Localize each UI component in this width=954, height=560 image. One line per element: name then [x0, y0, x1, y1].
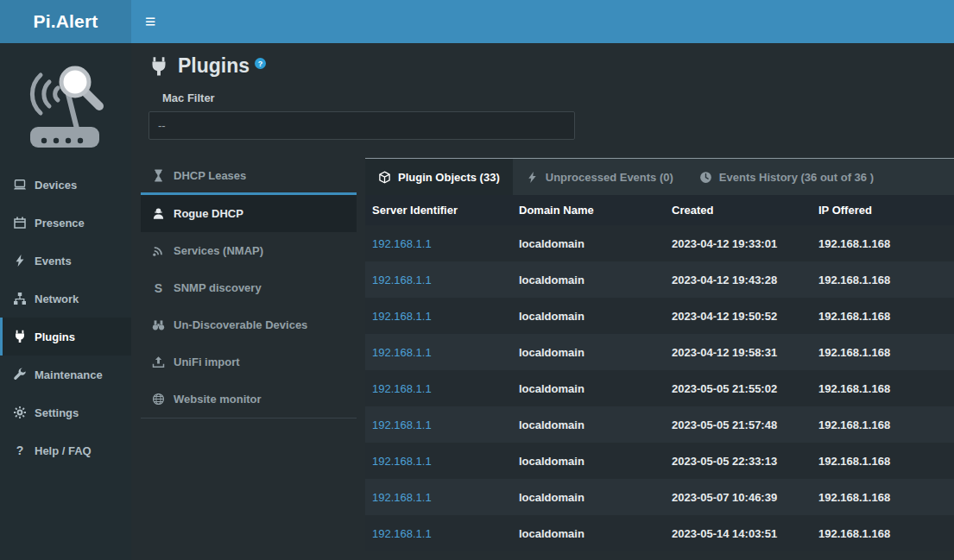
domain-name-cell: localdomain — [512, 225, 665, 261]
domain-name-cell: localdomain — [512, 334, 665, 370]
plug-icon — [148, 56, 169, 77]
sidebar-item-devices[interactable]: Devices — [0, 166, 131, 204]
table-row: 192.168.1.1localdomain2023-04-12 19:43:2… — [365, 261, 954, 298]
created-cell: 2023-04-12 19:58:31 — [665, 334, 812, 370]
topbar: Pi.Alert ≡ — [0, 0, 954, 43]
sidebar-item-maintenance[interactable]: Maintenance — [0, 356, 131, 393]
plugin-nav-item-unifi-import[interactable]: UniFi import — [141, 343, 357, 381]
sidebar-item-label: Plugins — [35, 330, 75, 343]
ip-offered-cell: 192.168.1.168 — [812, 479, 954, 515]
sidebar-item-network[interactable]: Network — [0, 280, 131, 318]
domain-name-cell: localdomain — [512, 443, 665, 479]
network-icon — [13, 292, 27, 305]
plugin-objects-table: Server IdentifierDomain NameCreatedIP Of… — [365, 195, 954, 551]
ip-offered-cell: 192.168.1.168 — [812, 334, 954, 370]
table-row: 192.168.1.1localdomain2023-04-12 19:50:5… — [365, 298, 954, 334]
created-cell: 2023-04-12 19:43:28 — [665, 261, 812, 298]
table-row: 192.168.1.1localdomain2023-04-12 19:58:3… — [365, 334, 954, 370]
plug-icon — [13, 330, 27, 343]
pialert-router-logo — [0, 43, 131, 166]
gear-icon — [13, 406, 27, 419]
table-row: 192.168.1.1localdomain2023-05-05 22:33:1… — [365, 443, 954, 479]
wrench-icon — [13, 368, 27, 381]
plugin-nav-item-rogue-dhcp[interactable]: Rogue DHCP — [141, 195, 357, 232]
sidebar: DevicesPresenceEventsNetworkPluginsMaint… — [0, 43, 131, 560]
tab-label: Events History (36 out of 36 ) — [719, 171, 874, 184]
plugin-nav-item-label: UniFi import — [174, 356, 240, 368]
server-identifier-cell[interactable]: 192.168.1.1 — [365, 334, 512, 370]
sidebar-item-label: Devices — [35, 179, 77, 192]
created-cell: 2023-05-05 22:33:13 — [665, 443, 812, 479]
content-row: DHCP LeasesRogue DHCPServices (NMAP)SSNM… — [131, 158, 954, 551]
clock-icon — [699, 171, 712, 184]
plugin-nav-item-label: SNMP discovery — [174, 281, 262, 294]
plugin-nav-item-un-discoverable-devices[interactable]: Un-Discoverable Devices — [141, 306, 357, 343]
domain-name-cell: localdomain — [512, 298, 665, 334]
table-row: 192.168.1.1localdomain2023-04-12 19:33:0… — [365, 225, 954, 261]
table-row: 192.168.1.1localdomain2023-05-05 21:55:0… — [365, 370, 954, 406]
cube-icon — [378, 171, 391, 184]
ip-offered-cell: 192.168.1.168 — [812, 298, 954, 334]
domain-name-cell: localdomain — [512, 370, 665, 406]
created-cell: 2023-04-12 19:33:01 — [665, 225, 812, 261]
main-content: Plugins ? Mac Filter -- DHCP LeasesRogue… — [131, 43, 954, 560]
domain-name-cell: localdomain — [512, 515, 665, 551]
domain-name-cell: localdomain — [512, 406, 665, 443]
column-header-domain-name[interactable]: Domain Name — [512, 195, 665, 225]
table-row: 192.168.1.1localdomain2023-05-05 21:57:4… — [365, 406, 954, 443]
mac-filter-select[interactable]: -- — [148, 111, 575, 140]
plugin-nav-item-label: DHCP Leases — [174, 169, 246, 182]
ip-offered-cell: 192.168.1.168 — [812, 261, 954, 298]
server-identifier-cell[interactable]: 192.168.1.1 — [365, 443, 512, 479]
ip-offered-cell: 192.168.1.168 — [812, 370, 954, 406]
sidebar-item-settings[interactable]: Settings — [0, 393, 131, 431]
plugin-detail-panel: Plugin Objects (33)Unprocessed Events (0… — [365, 158, 954, 551]
mac-filter-value: -- — [158, 119, 166, 132]
server-identifier-cell[interactable]: 192.168.1.1 — [365, 515, 512, 551]
app-brand[interactable]: Pi.Alert — [0, 0, 131, 43]
sidebar-item-label: Network — [35, 293, 79, 305]
created-cell: 2023-05-07 10:46:39 — [665, 479, 812, 515]
ip-offered-cell: 192.168.1.168 — [812, 443, 954, 479]
tab-plugin-objects-33[interactable]: Plugin Objects (33) — [365, 159, 513, 195]
help-badge[interactable]: ? — [255, 58, 266, 69]
domain-name-cell: localdomain — [512, 261, 665, 298]
server-identifier-cell[interactable]: 192.168.1.1 — [365, 406, 512, 443]
created-cell: 2023-05-14 14:03:51 — [665, 515, 812, 551]
created-cell: 2023-04-12 19:50:52 — [665, 298, 812, 334]
question-icon: ? — [13, 444, 27, 457]
table-header-row: Server IdentifierDomain NameCreatedIP Of… — [365, 195, 954, 225]
column-header-created[interactable]: Created — [665, 195, 812, 225]
tab-bar: Plugin Objects (33)Unprocessed Events (0… — [365, 158, 954, 195]
sidebar-item-plugins[interactable]: Plugins — [0, 318, 131, 356]
plugin-nav: DHCP LeasesRogue DHCPServices (NMAP)SSNM… — [141, 158, 357, 418]
sidebar-item-help-faq[interactable]: ?Help / FAQ — [0, 431, 131, 469]
server-identifier-cell[interactable]: 192.168.1.1 — [365, 479, 512, 515]
ip-offered-cell: 192.168.1.168 — [812, 406, 954, 443]
topbar-strip: ≡ — [131, 0, 954, 43]
plugin-nav-item-website-monitor[interactable]: Website monitor — [141, 381, 357, 418]
server-identifier-cell[interactable]: 192.168.1.1 — [365, 370, 512, 406]
sidebar-toggle-button[interactable]: ≡ — [131, 0, 169, 43]
plugin-nav-item-dhcp-leases[interactable]: DHCP Leases — [141, 158, 357, 195]
ip-offered-cell: 192.168.1.168 — [812, 515, 954, 551]
server-identifier-cell[interactable]: 192.168.1.1 — [365, 261, 512, 298]
hourglass-icon — [152, 169, 165, 182]
sidebar-item-events[interactable]: Events — [0, 242, 131, 280]
column-header-ip-offered[interactable]: IP Offered — [812, 195, 954, 225]
devices-icon — [13, 178, 27, 192]
sidebar-item-label: Settings — [35, 406, 79, 419]
sidebar-item-presence[interactable]: Presence — [0, 204, 131, 242]
server-identifier-cell[interactable]: 192.168.1.1 — [365, 298, 512, 334]
tab-events-history-36-out-of-36[interactable]: Events History (36 out of 36 ) — [686, 159, 887, 195]
upload-icon — [152, 356, 165, 368]
plugin-nav-item-snmp-discovery[interactable]: SSNMP discovery — [141, 269, 357, 306]
globe-icon — [152, 393, 165, 406]
plugin-nav-item-label: Un-Discoverable Devices — [174, 318, 307, 331]
plugin-nav-item-label: Services (NMAP) — [174, 244, 263, 257]
server-identifier-cell[interactable]: 192.168.1.1 — [365, 225, 512, 261]
ip-offered-cell: 192.168.1.168 — [812, 225, 954, 261]
tab-unprocessed-events-0[interactable]: Unprocessed Events (0) — [513, 159, 686, 195]
column-header-server-identifier[interactable]: Server Identifier — [365, 195, 512, 225]
plugin-nav-item-services-nmap[interactable]: Services (NMAP) — [141, 232, 357, 269]
